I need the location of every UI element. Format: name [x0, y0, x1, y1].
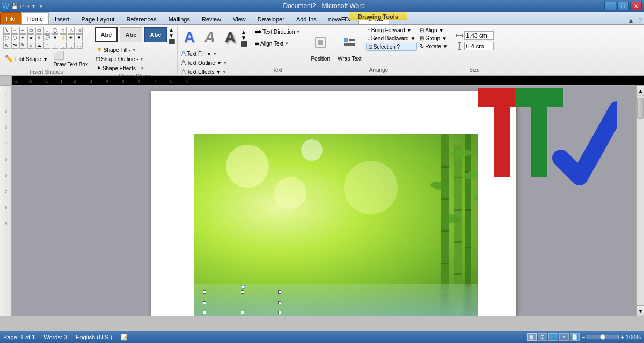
print-layout-btn[interactable]: ▦	[527, 333, 537, 341]
lightning-shape[interactable]: ⚡	[60, 34, 67, 41]
curve-shape[interactable]: ∿	[3, 42, 10, 49]
rtriangle-shape[interactable]: ◁	[76, 27, 83, 34]
text-effects-btn[interactable]: A Text Effects ▼ ▼	[180, 68, 247, 76]
zoom-out-btn[interactable]: −	[582, 334, 585, 340]
tab-developer[interactable]: Developer	[252, 13, 290, 24]
scroll-up-btn[interactable]: ▲	[637, 86, 644, 96]
tab-add-ins[interactable]: Add-Ins	[290, 13, 323, 24]
shape-effects-btn[interactable]: ✦ Shape Effects - ▼	[94, 64, 175, 72]
ribbon-collapse[interactable]: ▲	[625, 17, 636, 24]
style-box-2[interactable]: Abc	[120, 27, 142, 42]
style-scroll-up[interactable]: ▲	[169, 27, 175, 33]
handle-tl[interactable]	[203, 290, 206, 294]
hex-shape[interactable]: ⬡	[11, 34, 18, 41]
tab-file[interactable]: File	[0, 12, 21, 24]
wordart-expand[interactable]: ⬛	[241, 41, 247, 47]
wordart-style-3[interactable]: A	[221, 27, 240, 48]
star6-shape[interactable]: ✳	[35, 34, 42, 41]
star4-shape[interactable]: ✦	[19, 34, 26, 41]
brace-shape[interactable]: {	[68, 42, 75, 49]
group-btn[interactable]: ⊞ Group ▼	[418, 35, 449, 42]
double-arrow-shape[interactable]: ↔	[19, 27, 26, 34]
position-btn[interactable]: Position	[308, 27, 333, 63]
minimize-button[interactable]: −	[604, 2, 616, 10]
round2-shape[interactable]: ◯	[52, 27, 58, 34]
maximize-button[interactable]: □	[617, 2, 629, 10]
rect-shape[interactable]: ▭	[27, 27, 34, 34]
heart-shape[interactable]: ♥	[52, 34, 58, 41]
wordart-style-1[interactable]: A	[180, 27, 199, 48]
text-fill-btn[interactable]: A Text Fill ▼ ▼	[180, 49, 247, 58]
align-text-btn[interactable]: ≡ Align Text ▼	[253, 39, 302, 48]
handle-bl[interactable]	[203, 311, 206, 314]
wrap-text-btn[interactable]: Wrap Text	[334, 27, 365, 63]
fullscreen-btn[interactable]: ⊡	[538, 333, 547, 341]
text-outline-btn[interactable]: A Text Outline ▼ ▼	[180, 58, 247, 67]
edit-shape-btn[interactable]: ✏️ Edit Shape ▼	[3, 50, 50, 68]
tab-home[interactable]: Home	[21, 12, 49, 24]
bring-forward-btn[interactable]: ↑ Bring Forward ▼	[366, 27, 418, 34]
text-direction-btn[interactable]: ⇌ Text Direction ▼	[253, 27, 302, 36]
line-shape[interactable]: ╲	[3, 27, 10, 34]
wordart-scroll-down[interactable]: ▼	[241, 35, 247, 41]
handle-tc[interactable]	[241, 290, 244, 294]
outline-view-btn[interactable]: ≡	[559, 333, 569, 341]
handle-tr[interactable]	[278, 290, 281, 294]
selection-btn[interactable]: ⊡ Selection ?	[366, 43, 418, 51]
callout-shape[interactable]: 💬	[43, 34, 50, 41]
shape-fill-btn[interactable]: ▼ Shape Fill - ▼	[94, 46, 175, 54]
tab-view[interactable]: View	[227, 13, 252, 24]
round-rect-shape[interactable]: ▭	[35, 27, 42, 34]
tab-references[interactable]: References	[120, 13, 162, 24]
cross-shape[interactable]: ✚	[68, 34, 75, 41]
style-box-3[interactable]: Abc	[144, 27, 167, 42]
triangle-shape[interactable]: △	[68, 27, 75, 34]
handle-bc[interactable]	[241, 311, 244, 314]
up-arrow-shape[interactable]: ↑	[43, 42, 50, 49]
tab-insert[interactable]: Insert	[49, 13, 76, 24]
shape-outline-btn[interactable]: □ Shape Outline - ▼	[94, 55, 175, 63]
scrollbar-vertical[interactable]: ▲ ▼	[636, 86, 644, 316]
smiley-shape[interactable]: ☺	[27, 42, 34, 49]
zoom-slider[interactable]	[587, 335, 619, 339]
down-arrow-shape[interactable]: ↓	[52, 42, 58, 49]
tab-mailings[interactable]: Mailings	[163, 13, 196, 24]
zoom-thumb[interactable]	[600, 334, 605, 340]
width-input[interactable]	[464, 31, 494, 40]
bracket-shape[interactable]: [	[60, 42, 67, 49]
scroll-thumb[interactable]	[637, 98, 644, 119]
scribble-shape[interactable]: ✎	[19, 42, 26, 49]
rotate-btn[interactable]: ↻ Rotate ▼	[418, 43, 449, 50]
star5-shape[interactable]: ★	[27, 34, 34, 41]
tab-review[interactable]: Review	[196, 13, 227, 24]
ellipse-shape[interactable]: ○	[60, 27, 67, 34]
size-content	[456, 27, 494, 66]
pentagon-shape[interactable]: ⬠	[3, 34, 10, 41]
cloud-shape[interactable]: ☁	[35, 42, 42, 49]
shapes-more2[interactable]: …	[76, 42, 83, 49]
text-fill-icon: A	[181, 50, 186, 57]
web-view-btn[interactable]: 🌐	[548, 333, 558, 341]
more-shapes[interactable]: ▼	[76, 34, 83, 41]
send-backward-btn[interactable]: ↓ Send Backward ▼	[366, 35, 418, 42]
height-input[interactable]	[464, 42, 494, 50]
draft-view-btn[interactable]: 📄	[570, 333, 580, 341]
handle-br[interactable]	[278, 311, 281, 314]
style-box-1[interactable]: Abc	[95, 27, 118, 42]
wordart-scroll-up[interactable]: ▲	[241, 29, 247, 35]
rect2-shape[interactable]: □	[43, 27, 50, 34]
zoom-in-btn[interactable]: +	[620, 334, 624, 340]
style-expand[interactable]: ⬛	[169, 39, 175, 44]
freeform-shape[interactable]: 〜	[11, 42, 18, 49]
tab-page-layout[interactable]: Page Layout	[76, 13, 121, 24]
handle-ml[interactable]	[203, 301, 206, 304]
wordart-style-2[interactable]: A	[200, 27, 219, 48]
draw-textbox-btn[interactable]: ⬜ Draw Text Box	[52, 50, 90, 68]
arrow-shape[interactable]: →	[11, 27, 18, 34]
handle-mr[interactable]	[278, 301, 281, 304]
align-btn[interactable]: ⊟ Align ▼	[418, 27, 449, 34]
scroll-down-btn[interactable]: ▼	[637, 305, 644, 316]
help-button[interactable]: ?	[636, 17, 644, 24]
close-button[interactable]: ✕	[630, 2, 642, 10]
style-scroll-down[interactable]: ▼	[169, 33, 175, 39]
